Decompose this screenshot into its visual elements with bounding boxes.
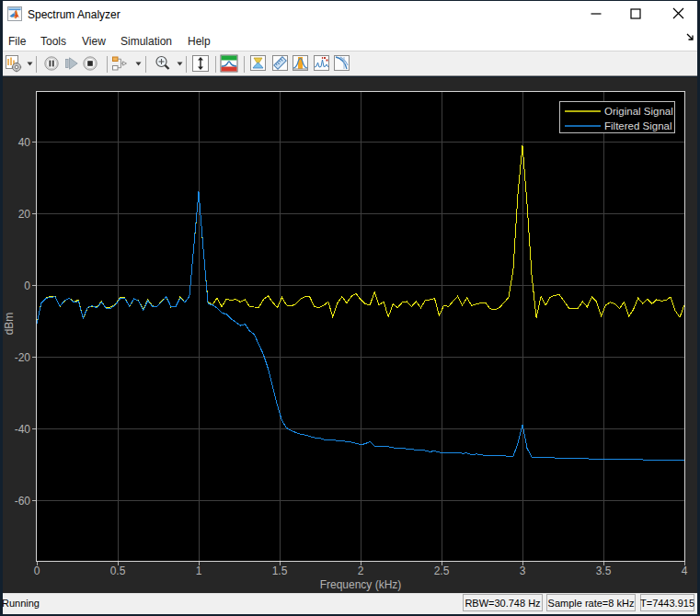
svg-text:Filtered Signal: Filtered Signal bbox=[604, 120, 672, 131]
svg-text:Original Signal: Original Signal bbox=[604, 106, 673, 117]
